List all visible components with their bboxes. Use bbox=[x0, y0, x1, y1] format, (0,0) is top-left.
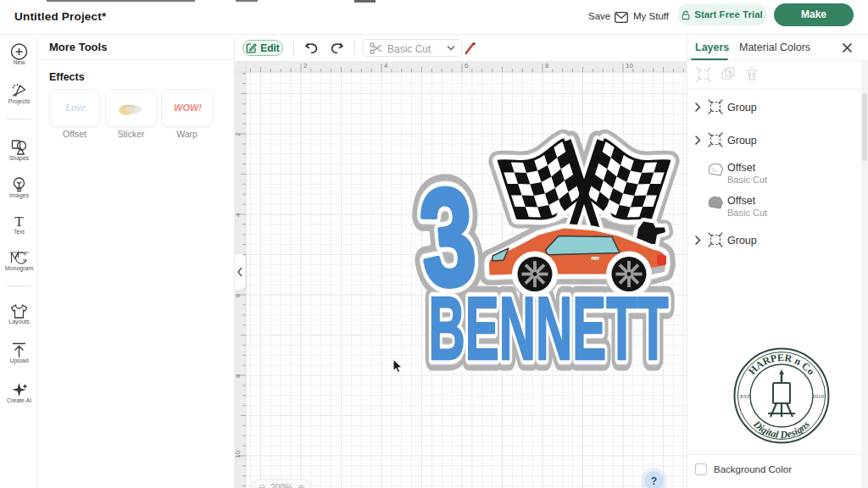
svg-text:Offset: Offset bbox=[727, 162, 756, 174]
svg-text:T: T bbox=[14, 214, 24, 230]
svg-text:Group: Group bbox=[727, 235, 757, 247]
svg-text:EST.: EST. bbox=[739, 393, 751, 400]
svg-text:Basic Cut: Basic Cut bbox=[727, 175, 767, 185]
svg-text:Offset: Offset bbox=[727, 195, 756, 207]
svg-text:Basic Cut: Basic Cut bbox=[727, 208, 767, 218]
svg-text:BENNETT: BENNETT bbox=[429, 279, 669, 378]
svg-text:Group: Group bbox=[727, 135, 757, 147]
svg-text:2010: 2010 bbox=[812, 393, 825, 400]
svg-text:Group: Group bbox=[727, 102, 757, 114]
